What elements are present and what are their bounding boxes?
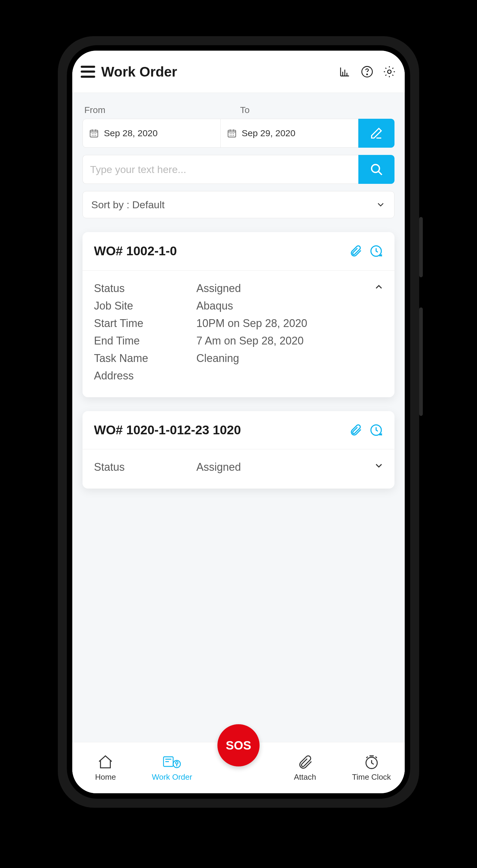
detail-value: Assigned [196, 282, 383, 295]
clock-icon [363, 754, 380, 771]
edit-date-button[interactable] [359, 119, 395, 148]
card-body: Status Assigned Job Site Abaqus Start Ti… [82, 271, 395, 397]
search-input[interactable] [90, 164, 351, 176]
nav-item-time-clock[interactable]: Time Clock [344, 754, 399, 782]
svg-point-2 [387, 70, 391, 73]
detail-row: Task Name Cleaning [94, 350, 383, 367]
card-actions [349, 244, 383, 258]
attach-icon [297, 754, 313, 771]
date-row: Sep 28, 2020 Sep 29, 2020 [82, 119, 395, 148]
phone-inner: Work Order [67, 45, 410, 799]
attachment-icon[interactable] [349, 423, 363, 437]
app-screen: Work Order [72, 51, 405, 793]
nav-item-work-order[interactable]: Work Order [145, 754, 199, 782]
from-label: From [82, 105, 232, 115]
detail-value: Cleaning [196, 352, 383, 365]
detail-value [196, 370, 383, 382]
chevron-down-icon [376, 199, 386, 210]
nav-label: Home [95, 772, 116, 782]
detail-row: Job Site Abaqus [94, 297, 383, 315]
sort-label: Sort by : Default [91, 199, 165, 211]
card-body: Status Assigned [82, 450, 395, 489]
detail-value: Assigned [196, 461, 383, 473]
page-title: Work Order [101, 64, 332, 80]
work-order-icon [162, 754, 181, 771]
phone-frame: Work Order [58, 36, 419, 808]
detail-value: 10PM on Sep 28, 2020 [196, 317, 383, 330]
to-date-input[interactable]: Sep 29, 2020 [221, 119, 359, 148]
card-title: WO# 1002-1-0 [94, 243, 177, 259]
detail-row: Status Assigned [94, 458, 383, 476]
detail-row: Address [94, 367, 383, 384]
phone-side-button [419, 217, 423, 277]
detail-value: Abaqus [196, 300, 383, 312]
detail-key: Task Name [94, 352, 196, 365]
menu-icon[interactable] [81, 66, 95, 78]
sos-label: SOS [226, 739, 251, 752]
work-order-card: WO# 1020-1-012-23 1020 [82, 411, 395, 489]
nav-label: Work Order [152, 772, 192, 782]
card-header: WO# 1020-1-012-23 1020 [82, 411, 395, 450]
detail-value: 7 Am on Sep 28, 2020 [196, 335, 383, 347]
search-input-wrap [82, 155, 359, 184]
sos-button[interactable]: SOS [217, 724, 260, 767]
nav-item-home[interactable]: Home [78, 754, 133, 782]
detail-row: Start Time 10PM on Sep 28, 2020 [94, 315, 383, 332]
svg-point-5 [372, 164, 379, 173]
detail-key: Start Time [94, 317, 196, 330]
sync-icon[interactable] [369, 423, 383, 437]
search-button[interactable] [359, 155, 395, 184]
nav-item-attach[interactable]: Attach [278, 754, 332, 782]
content-area: From To Sep 28, 2020 [72, 93, 405, 742]
app-header: Work Order [72, 51, 405, 93]
chart-icon[interactable] [338, 65, 352, 79]
home-icon [97, 754, 114, 771]
detail-key: End Time [94, 335, 196, 347]
svg-point-10 [176, 762, 178, 764]
detail-key: Address [94, 370, 196, 382]
collapse-toggle[interactable] [373, 281, 384, 292]
card-title: WO# 1020-1-012-23 1020 [94, 422, 241, 438]
chevron-up-icon [373, 281, 384, 292]
gear-icon[interactable] [382, 65, 396, 79]
attachment-icon[interactable] [349, 244, 363, 258]
detail-row: End Time 7 Am on Sep 28, 2020 [94, 332, 383, 350]
search-row [82, 155, 395, 184]
detail-row: Status Assigned [94, 280, 383, 297]
phone-side-button [419, 307, 423, 416]
search-icon [369, 162, 384, 177]
from-date-input[interactable]: Sep 28, 2020 [82, 119, 221, 148]
to-date-value: Sep 29, 2020 [242, 128, 296, 138]
nav-label: Time Clock [352, 772, 391, 782]
calendar-icon [227, 128, 237, 138]
card-actions [349, 423, 383, 437]
help-icon[interactable] [360, 65, 374, 79]
detail-key: Status [94, 282, 196, 295]
detail-key: Status [94, 461, 196, 473]
header-actions [338, 65, 396, 79]
date-labels: From To [82, 105, 395, 115]
sort-dropdown[interactable]: Sort by : Default [82, 191, 395, 218]
expand-toggle[interactable] [373, 460, 384, 471]
bottom-nav: SOS Home Work Order [72, 742, 405, 793]
nav-label: Attach [294, 772, 316, 782]
work-order-card: WO# 1002-1-0 [82, 232, 395, 397]
edit-icon [369, 126, 384, 141]
from-date-value: Sep 28, 2020 [104, 128, 158, 138]
calendar-icon [89, 128, 99, 138]
chevron-down-icon [373, 460, 384, 471]
detail-key: Job Site [94, 300, 196, 312]
card-header: WO# 1002-1-0 [82, 232, 395, 271]
sync-icon[interactable] [369, 244, 383, 258]
svg-point-1 [367, 74, 368, 75]
to-label: To [238, 105, 388, 115]
